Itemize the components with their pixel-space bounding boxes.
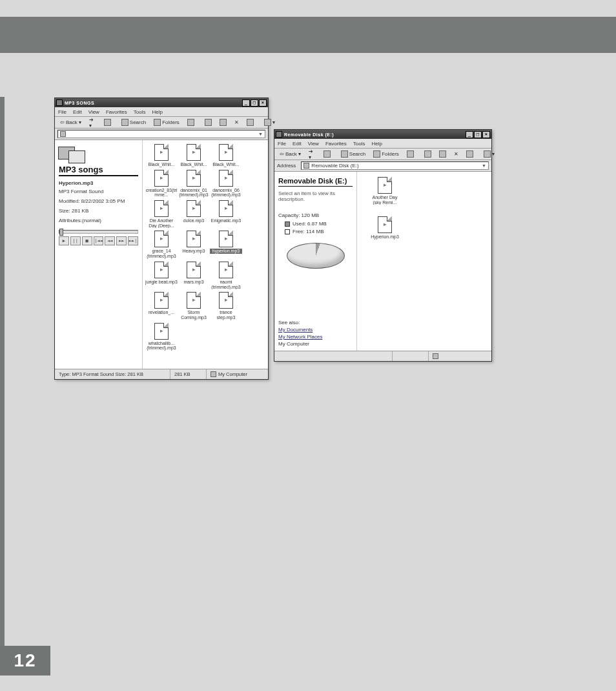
address-bar: ▼ <box>55 129 268 140</box>
views-button[interactable]: ▾ <box>262 118 278 127</box>
address-field[interactable]: Removable Disk (E:) ▼ <box>301 161 489 170</box>
play-button[interactable]: ▶ <box>59 236 69 245</box>
pane-heading: MP3 songs <box>59 165 138 176</box>
move-to-icon <box>205 119 212 126</box>
address-bar: Address Removable Disk (E:) ▼ <box>274 160 491 172</box>
pause-button[interactable]: || <box>70 236 81 245</box>
undo-button[interactable] <box>244 118 256 127</box>
files-area[interactable]: Another Day (sky Remi...Hyperion.mp3 <box>357 172 491 351</box>
file-item[interactable]: Black_Whit... <box>145 144 178 167</box>
delete-button[interactable]: ✕ <box>451 150 461 158</box>
select-hint: Select an item to view its description. <box>278 191 353 202</box>
up-button[interactable] <box>101 118 114 127</box>
media-controls: ▶ || ■ |◄◄ ◄◄ ►► ►►| <box>59 236 138 245</box>
files-area[interactable]: Black_Whit...Black_Whit...Black_Whit...c… <box>143 140 268 369</box>
back-button[interactable]: ⇦ Back ▾ <box>57 118 84 127</box>
search-button[interactable]: Search <box>119 118 149 127</box>
file-item[interactable]: Enigmatic.mp3 <box>210 200 242 228</box>
menu-view[interactable]: View <box>308 141 319 147</box>
capacity-label: Capacity: 120 MB <box>278 212 353 218</box>
file-item[interactable]: Die Another Day (Deep... <box>145 200 178 228</box>
maximize-button[interactable]: □ <box>251 99 258 107</box>
file-item[interactable]: dancemix_01 (trimmed).mp3 <box>178 170 210 198</box>
menu-favorites[interactable]: Favorites <box>325 141 347 147</box>
file-item[interactable]: revelation_... <box>145 292 178 320</box>
up-button[interactable] <box>321 149 333 159</box>
history-button[interactable] <box>404 149 416 159</box>
chevron-down-icon[interactable]: ▼ <box>482 163 486 168</box>
undo-button[interactable] <box>464 149 476 159</box>
forward-button[interactable]: ➔ ▾ <box>306 147 316 161</box>
move-to-button[interactable] <box>422 149 434 159</box>
copy-to-button[interactable] <box>436 149 449 159</box>
file-item[interactable]: naomi (trimmed).mp3 <box>210 262 242 289</box>
copy-to-icon <box>220 119 227 126</box>
address-field[interactable]: ▼ <box>57 130 265 138</box>
file-item[interactable]: Storm Coming.mp3 <box>178 292 210 320</box>
media-seek-slider[interactable] <box>59 230 138 234</box>
file-item[interactable]: Black_Whit... <box>210 144 242 167</box>
minimize-button[interactable]: _ <box>242 99 250 107</box>
prev-track-button[interactable]: |◄◄ <box>94 236 104 245</box>
menu-help[interactable]: Help <box>152 109 162 115</box>
menu-view[interactable]: View <box>88 109 99 115</box>
file-item[interactable]: Black_Whit... <box>178 144 210 167</box>
move-to-button[interactable] <box>202 118 214 127</box>
minimize-button[interactable]: _ <box>466 131 473 138</box>
titlebar[interactable]: MP3 SONGS _ □ × <box>55 98 268 107</box>
file-icon <box>219 170 233 187</box>
folders-button[interactable]: Folders <box>371 149 402 159</box>
file-item[interactable]: trance step.mp3 <box>210 292 242 320</box>
history-button[interactable] <box>185 118 197 127</box>
menu-help[interactable]: Help <box>371 141 382 147</box>
file-item[interactable]: Hyperion.mp3 <box>369 216 401 240</box>
stop-button[interactable]: ■ <box>82 236 92 245</box>
file-item[interactable]: jungle beat.mp3 <box>145 262 178 289</box>
file-item[interactable]: hyperion.mp3 <box>210 231 242 258</box>
views-button[interactable]: ▾ <box>481 149 497 159</box>
menu-tools[interactable]: Tools <box>134 109 146 115</box>
file-icon <box>154 292 169 309</box>
selected-size: Size: 281 KB <box>59 208 138 214</box>
file-label: Black_Whit... <box>210 162 242 167</box>
address-value: Removable Disk (E:) <box>311 163 358 169</box>
file-item[interactable]: dancemix_06 (trimmed).mp3 <box>210 170 242 198</box>
maximize-button[interactable]: □ <box>474 131 482 138</box>
back-button[interactable]: ⇦ Back ▾ <box>277 150 303 158</box>
computer-icon <box>433 353 438 359</box>
search-button[interactable]: Search <box>338 149 368 159</box>
rewind-button[interactable]: ◄◄ <box>105 236 115 245</box>
delete-button[interactable]: ✕ <box>232 118 241 127</box>
file-item[interactable]: mars.mp3 <box>178 262 210 289</box>
menu-tools[interactable]: Tools <box>353 141 365 147</box>
link-my-computer[interactable]: My Computer <box>278 341 353 347</box>
close-button[interactable]: × <box>259 99 267 107</box>
file-icon <box>154 200 169 217</box>
menu-file[interactable]: File <box>278 141 286 147</box>
close-button[interactable]: × <box>482 131 490 138</box>
menu-file[interactable]: File <box>58 109 67 115</box>
file-item[interactable]: grace_14 (trimmed).mp3 <box>145 231 178 258</box>
menu-edit[interactable]: Edit <box>73 109 82 115</box>
forward-button[interactable]: ➔ ▾ <box>87 116 96 130</box>
file-item[interactable]: Another Day (sky Remi... <box>369 177 401 205</box>
menu-favorites[interactable]: Favorites <box>106 109 127 115</box>
link-my-documents[interactable]: My Documents <box>278 327 353 333</box>
fast-forward-button[interactable]: ►► <box>116 236 127 245</box>
status-left <box>274 351 393 361</box>
file-item[interactable]: dolce.mp3 <box>178 200 210 228</box>
copy-to-button[interactable] <box>217 118 229 127</box>
file-item[interactable]: whatchallib... (trimmed).mp3 <box>145 323 178 351</box>
file-item[interactable]: creation2_83(trimme... <box>145 170 178 198</box>
content-area: Removable Disk (E:) Select an item to vi… <box>274 172 491 351</box>
file-item[interactable]: Heavy.mp3 <box>178 231 210 258</box>
link-my-network-places[interactable]: My Network Places <box>278 334 353 340</box>
folders-button[interactable]: Folders <box>151 118 182 127</box>
chevron-down-icon[interactable]: ▼ <box>258 132 263 136</box>
selected-filename: Hyperion.mp3 <box>59 180 138 186</box>
menu-edit[interactable]: Edit <box>293 141 302 147</box>
next-track-button[interactable]: ►►| <box>128 236 138 245</box>
titlebar[interactable]: Removable Disk (E:) _ □ × <box>274 130 491 139</box>
file-label: hyperion.mp3 <box>210 249 242 254</box>
file-icon <box>378 216 392 233</box>
